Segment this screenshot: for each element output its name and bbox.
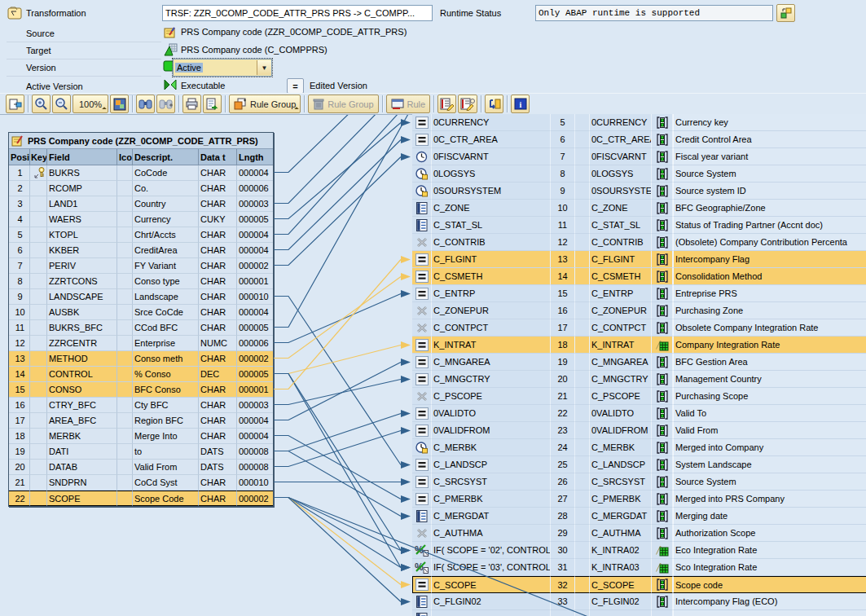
info-button[interactable]: i: [511, 95, 530, 113]
zoom-level-dropdown[interactable]: 100%: [73, 95, 108, 113]
column-header[interactable]: Ico: [117, 149, 133, 165]
target-field-name: C_MERBK: [590, 439, 652, 456]
source-field-row[interactable]: 14 CONTROL % Conso DEC 000005: [9, 367, 273, 382]
column-header[interactable]: Descript.: [133, 149, 199, 165]
field-datatype: CHAR: [199, 165, 237, 181]
display-change-button[interactable]: [485, 95, 503, 113]
rule-source: 0SOURSYSTEM: [432, 183, 551, 200]
rule-type-cell: [412, 593, 432, 610]
find-button[interactable]: [136, 95, 155, 113]
source-field-row[interactable]: 2 RCOMP Co. CHAR 000006: [9, 181, 273, 196]
rule-group-create-button[interactable]: Rule Group: [229, 95, 301, 113]
time-conv-rule-icon: [415, 168, 429, 180]
transformation-field[interactable]: TRSF: ZZR_0COMP_CODE_ATTR_PRS PRS -> C_C…: [162, 5, 433, 21]
target-type-cell: [652, 456, 673, 473]
source-field-row[interactable]: 9 LANDSCAPE Landscape CHAR 000010: [9, 289, 273, 305]
source-field-row[interactable]: 12 ZZRCENTR Enterprise NUMC 000006: [9, 336, 273, 351]
source-field-row[interactable]: 4 WAERS Currency CUKY 000005: [9, 212, 273, 227]
source-field-row[interactable]: 15 CONSO BFC Conso CHAR 000001: [9, 382, 273, 398]
rule-row[interactable]: C_AUTHMA 29 C_AUTHMA Authorization Scope: [412, 525, 866, 542]
rule-row[interactable]: C_CONTPCT 17 C_CONTPCT Obsolete Company …: [412, 319, 866, 337]
rule-row[interactable]: C_LANDSCP 25 C_LANDSCP System Landscape: [412, 456, 866, 473]
start-routine-button[interactable]: [437, 95, 456, 113]
dropdown-corner-icon: [102, 107, 107, 112]
source-field-row[interactable]: 7 PERIV FY Variant CHAR 000002: [9, 258, 273, 274]
rule-row[interactable]: 0VALIDTO 22 0VALIDTO Valid To: [412, 405, 866, 422]
rule-row[interactable]: C_CONTRIB 12 C_CONTRIB (Obsolete) Compan…: [412, 234, 866, 251]
rule-row[interactable]: C_ZONEPUR 16 C_ZONEPUR Purchasing Zone: [412, 302, 866, 319]
column-header[interactable]: Posi: [9, 149, 30, 165]
runtime-switch-button[interactable]: [776, 4, 795, 22]
rule-row[interactable]: C_STAT_SL 11 C_STAT_SL Status of Trading…: [412, 217, 866, 234]
expert-routine-button[interactable]: [458, 95, 477, 113]
edited-version-icon: =: [287, 78, 304, 94]
target-description: Status of Trading Partner (Accnt doc): [673, 217, 866, 234]
routine-rule-icon: [416, 510, 428, 522]
rule-row[interactable]: 0VALIDFROM 23 0VALIDFROM Valid From: [412, 422, 866, 439]
mapping-line: [274, 345, 401, 374]
zoom-in-button[interactable]: [32, 95, 51, 113]
print-button[interactable]: [182, 95, 201, 113]
rule-row[interactable]: C_MERGDAT 28 C_MERGDAT Merging date: [412, 508, 866, 525]
rule-row[interactable]: C_MNGAREA 19 C_MNGAREA BFC Gestion Area: [412, 354, 866, 371]
rule-row[interactable]: [412, 610, 866, 616]
field-name: CONTROL: [47, 367, 117, 382]
rule-row[interactable]: 0SOURSYSTEM 9 0SOURSYSTEM Source system …: [412, 183, 866, 200]
source-field-row[interactable]: 5 KTOPL Chrt/Accts CHAR 000004: [9, 227, 273, 243]
rule-row[interactable]: C_ZONE 10 C_ZONE BFC Geographie/Zone: [412, 200, 866, 217]
rule-button[interactable]: Rule: [386, 95, 431, 113]
source-field-row[interactable]: 17 AREA_BFC Region BFC CHAR 000004: [9, 413, 273, 429]
mapping-arrowhead: [401, 598, 411, 605]
rule-row[interactable]: % IF( SCOPE = '02', CONTROL, 0 ) 30 K_IN…: [412, 542, 866, 559]
zoom-out-button[interactable]: [52, 95, 71, 113]
rule-row[interactable]: C_ENTRP 15 C_ENTRP Entreprise PRS: [412, 285, 866, 302]
rule-group-create-icon: [234, 98, 247, 110]
source-field-row[interactable]: 6 KKBER CreditArea CHAR 000004: [9, 243, 273, 258]
version-dropdown[interactable]: Active ▼: [173, 59, 272, 77]
target-field-name: K_INTRA02: [590, 542, 652, 559]
rule-row[interactable]: 0FISCVARNT 7 0FISCVARNT Fiscal year vari…: [412, 148, 866, 165]
rule-row[interactable]: C_MNGCTRY 20 C_MNGCTRY Management Countr…: [412, 371, 866, 388]
source-field-row[interactable]: 18 MERBK Merge Into CHAR 000004: [9, 429, 273, 444]
source-field-row[interactable]: 16 CTRY_BFC Cty BFC CHAR 000003: [9, 398, 273, 413]
rule-row[interactable]: C_MERBK 24 C_MERBK Merged into Company: [412, 439, 866, 456]
source-field-row[interactable]: 22 SCOPE Scope Code CHAR 000002: [9, 491, 273, 506]
find-next-button[interactable]: [156, 95, 175, 113]
rule-row[interactable]: C_PSCOPE 21 C_PSCOPE Purchasing Scope: [412, 388, 866, 405]
source-field-row[interactable]: 10 AUSBK Srce CoCde CHAR 000004: [9, 305, 273, 320]
source-field-row[interactable]: 8 ZZRTCONS Conso type CHAR 000001: [9, 274, 273, 289]
column-header[interactable]: Field: [47, 149, 117, 165]
spacer-cell: [575, 200, 590, 217]
column-header[interactable]: Lngth: [237, 149, 273, 165]
rule-group-delete-button[interactable]: Rule Group: [308, 95, 378, 113]
rule-row[interactable]: C_FLGINT 13 C_FLGINT Intercompany Flag: [412, 251, 866, 268]
rule-row[interactable]: C_CSMETH 14 C_CSMETH Consolidation Metho…: [412, 268, 866, 285]
runtime-status-field[interactable]: Only ABAP runtime is supported: [535, 5, 773, 21]
column-header[interactable]: Data t: [199, 149, 237, 165]
source-field-row[interactable]: 1 BUKRS CoCode CHAR 000004: [9, 165, 273, 181]
field-length: 000002: [237, 258, 273, 274]
layout-toggle-button[interactable]: [6, 95, 24, 113]
rule-row[interactable]: 0CURRENCY 5 0CURRENCY Currency key: [412, 114, 866, 131]
source-field-row[interactable]: 19 DATI to DATS 000008: [9, 444, 273, 460]
source-field-row[interactable]: 13 METHOD Conso meth CHAR 000002: [9, 351, 273, 367]
source-field-row[interactable]: 11 BUKRS_BFC CCod BFC CHAR 000005: [9, 320, 273, 336]
field-icon-cell: [117, 227, 133, 243]
source-field-row[interactable]: 3 LAND1 Country CHAR 000003: [9, 196, 273, 212]
rule-row[interactable]: 0LOGSYS 8 0LOGSYS Source System: [412, 165, 866, 183]
rule-row[interactable]: 0C_CTR_AREA 6 0C_CTR_AREA Credit Control…: [412, 131, 866, 148]
rule-row[interactable]: C_SCOPE 32 C_SCOPE Scope code: [412, 576, 866, 593]
export-button[interactable]: [203, 95, 222, 113]
rule-row[interactable]: C_SRCSYST 26 C_SRCSYST Source System: [412, 473, 866, 491]
rule-row[interactable]: C_PMERBK 27 C_PMERBK Merged into PRS Com…: [412, 491, 866, 508]
source-field-row[interactable]: 20 DATAB Valid From DATS 000008: [9, 460, 273, 475]
overview-button[interactable]: [110, 95, 129, 113]
field-description: Merge Into: [133, 429, 199, 444]
version-dropdown-arrow-icon[interactable]: ▼: [257, 60, 271, 75]
rule-row[interactable]: % IF( SCOPE = '03', CONTROL, 0 ) 31 K_IN…: [412, 559, 866, 576]
source-field-row[interactable]: 21 SNDPRN CoCd Syst CHAR 000010: [9, 475, 273, 491]
rule-row[interactable]: C_FLGIN02 33 C_FLGIN02 Intercompany Flag…: [412, 593, 866, 610]
rule-row[interactable]: K_INTRAT 18 K_INTRAT Company Integration…: [412, 337, 866, 354]
target-field-name: C_FLGIN02: [590, 593, 652, 610]
column-header[interactable]: Key: [30, 149, 47, 165]
